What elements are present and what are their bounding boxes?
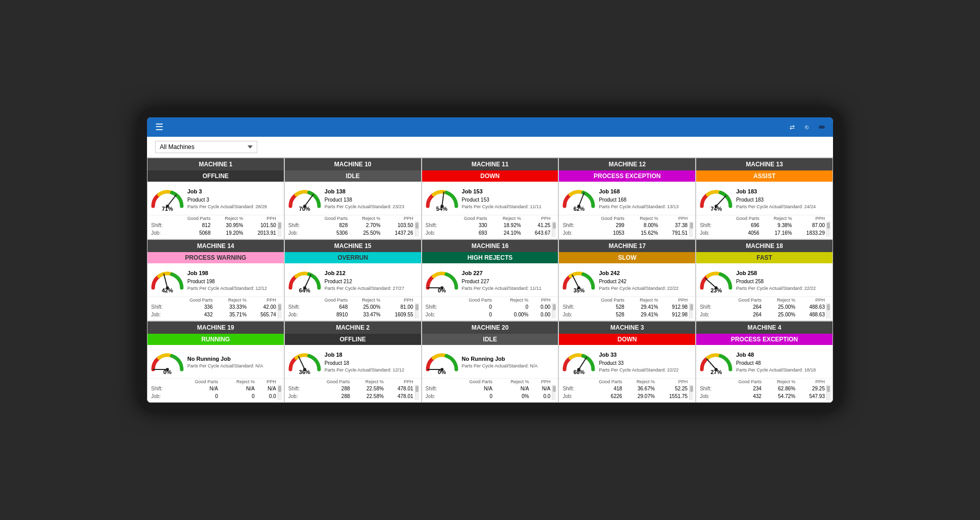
col-pph: PPH xyxy=(523,215,552,221)
job-label: Job: xyxy=(561,229,584,237)
shift-pph: 37.38 xyxy=(659,221,689,229)
stats-table: Good Parts Reject % PPH Shift: 812 30.95… xyxy=(148,215,284,239)
scroll-thumb[interactable] xyxy=(278,386,281,392)
gauge-percent: 42% xyxy=(162,287,173,293)
scroll-thumb[interactable] xyxy=(690,386,693,392)
col-good-parts: Good Parts xyxy=(172,215,212,221)
gauge-container: 71% xyxy=(150,185,185,213)
machine-name: MACHINE 19 xyxy=(148,321,284,334)
gauge-area: 0% No Running Job Parts Per Cycle Actual… xyxy=(422,345,558,378)
machine-status: OFFLINE xyxy=(285,334,421,345)
stats-table: Good Parts Reject % PPH Shift: 330 18.92… xyxy=(422,215,558,239)
header-right: ⇄ ⎋ xyxy=(790,123,825,131)
col-reject: Reject % xyxy=(494,297,530,303)
col-pph: PPH xyxy=(382,297,414,303)
scroll-thumb[interactable] xyxy=(415,386,419,392)
gauge-container: 23% xyxy=(698,266,734,294)
ppc-label: Parts Per Cycle Actual/Standard: 18/18 xyxy=(736,367,828,374)
gauge-info: Job 198 Product 198 Parts Per Cycle Actu… xyxy=(187,269,280,292)
gauge-container: 54% xyxy=(424,185,460,213)
svg-line-4 xyxy=(442,192,444,206)
shift-row: Shift: 648 25.00% 81.00 xyxy=(287,303,419,311)
scroll-thumb[interactable] xyxy=(553,222,556,229)
shift-row: Shift: 330 18.92% 41.25 xyxy=(424,221,556,229)
header-left: ☰ xyxy=(155,121,176,133)
scroll-thumb[interactable] xyxy=(690,222,693,229)
shift-reject: 25.00% xyxy=(763,303,797,311)
scroll-thumb[interactable] xyxy=(690,304,693,310)
job-pph: 488.63 xyxy=(797,311,826,318)
shift-good: N/A xyxy=(175,385,219,392)
ppc-label: Parts Per Cycle Actual/Standard: 27/27 xyxy=(325,285,417,292)
machine-status: FAST xyxy=(696,252,832,263)
job-row: Job: 0 0.00% 0.00 xyxy=(424,311,556,318)
machine-status: SLOW xyxy=(559,252,695,263)
job-name: Job 258 xyxy=(736,269,828,278)
shift-label: Shift: xyxy=(424,221,447,229)
gauge-info: Job 183 Product 183 Parts Per Cycle Actu… xyxy=(736,187,828,210)
scroll-thumb[interactable] xyxy=(415,222,419,229)
change-user-link[interactable]: ⇄ xyxy=(790,123,797,131)
job-name: Job 48 xyxy=(736,351,828,359)
job-label: Job: xyxy=(424,229,447,237)
gauge-area: 0% No Running Job Parts Per Cycle Actual… xyxy=(148,345,284,378)
job-good: 5068 xyxy=(172,229,212,237)
gauge-area: 35% Job 242 Product 242 Parts Per Cycle … xyxy=(559,263,695,296)
job-label: Job: xyxy=(287,392,310,400)
gauge-info: No Running Job Parts Per Cycle Actual/St… xyxy=(462,355,554,370)
gauge-info: Job 153 Product 153 Parts Per Cycle Actu… xyxy=(462,187,554,210)
job-good: 288 xyxy=(310,392,351,400)
shift-row: Shift: N/A N/A N/A xyxy=(150,385,282,392)
job-row: Job: 432 35.71% 565.74 xyxy=(150,311,282,318)
shift-row: Shift: 288 22.58% 478.01 xyxy=(287,385,419,392)
shift-good: 812 xyxy=(172,221,212,229)
col-reject: Reject % xyxy=(352,379,385,385)
scroll-thumb[interactable] xyxy=(827,304,830,310)
shift-row: Shift: N/A N/A N/A xyxy=(424,385,556,392)
svg-line-12 xyxy=(305,275,311,288)
scroll-thumb[interactable] xyxy=(278,222,281,229)
machine-filter-select[interactable]: All Machines xyxy=(155,141,257,153)
scroll-thumb[interactable] xyxy=(827,386,830,392)
shift-label: Shift: xyxy=(150,385,175,392)
shift-reject: 30.95% xyxy=(212,221,244,229)
gauge-area: 70% Job 138 Product 138 Parts Per Cycle … xyxy=(285,182,421,215)
gauge-container: 68% xyxy=(561,348,597,376)
col-pph: PPH xyxy=(385,379,415,385)
job-pph: 565.74 xyxy=(248,311,278,318)
gauge-area: 36% Job 18 Product 18 Parts Per Cycle Ac… xyxy=(285,345,421,378)
gauge-percent: 0% xyxy=(438,369,446,375)
scroll-thumb[interactable] xyxy=(278,304,281,310)
machine-name: MACHINE 15 xyxy=(285,240,421,252)
job-label: Job: xyxy=(150,311,173,318)
scroll-thumb[interactable] xyxy=(415,304,419,310)
job-name: Job 18 xyxy=(325,351,417,359)
shift-good: 696 xyxy=(721,221,761,229)
col-reject: Reject % xyxy=(214,297,248,303)
col-pph: PPH xyxy=(382,215,414,221)
scroll-thumb[interactable] xyxy=(553,386,556,392)
col-good-parts: Good Parts xyxy=(722,379,763,385)
logout-link[interactable]: ⎋ xyxy=(805,123,811,131)
machine-card: MACHINE 18 FAST 23% Job 258 Product 258 … xyxy=(696,239,833,321)
menu-icon[interactable]: ☰ xyxy=(155,121,163,133)
job-good: 6226 xyxy=(583,392,624,400)
shift-label: Shift: xyxy=(287,221,309,229)
shift-row: Shift: 234 62.86% 29.25 xyxy=(698,385,830,392)
job-label: Job: xyxy=(698,229,721,237)
scroll-thumb[interactable] xyxy=(553,304,556,310)
col-good-parts: Good Parts xyxy=(722,297,763,303)
stats-table: Good Parts Reject % PPH Shift: 299 8.00%… xyxy=(559,215,695,239)
gauge-percent: 74% xyxy=(710,206,722,212)
gauge-container: 35% xyxy=(561,266,597,294)
gauge-percent: 35% xyxy=(573,287,584,293)
job-good: 0 xyxy=(175,392,219,400)
col-pph: PPH xyxy=(659,297,689,303)
shift-pph: N/A xyxy=(256,385,278,392)
shift-row: Shift: 828 2.70% 103.50 xyxy=(287,221,419,229)
scroll-thumb[interactable] xyxy=(827,222,830,229)
stats-table: Good Parts Reject % PPH Shift: 696 9.38%… xyxy=(696,215,832,239)
stats-table: Good Parts Reject % PPH Shift: 336 33.33… xyxy=(148,296,284,320)
machine-status: IDLE xyxy=(285,170,421,182)
ppc-label: Parts Per Cycle Actual/Standard: 22/22 xyxy=(599,367,691,374)
